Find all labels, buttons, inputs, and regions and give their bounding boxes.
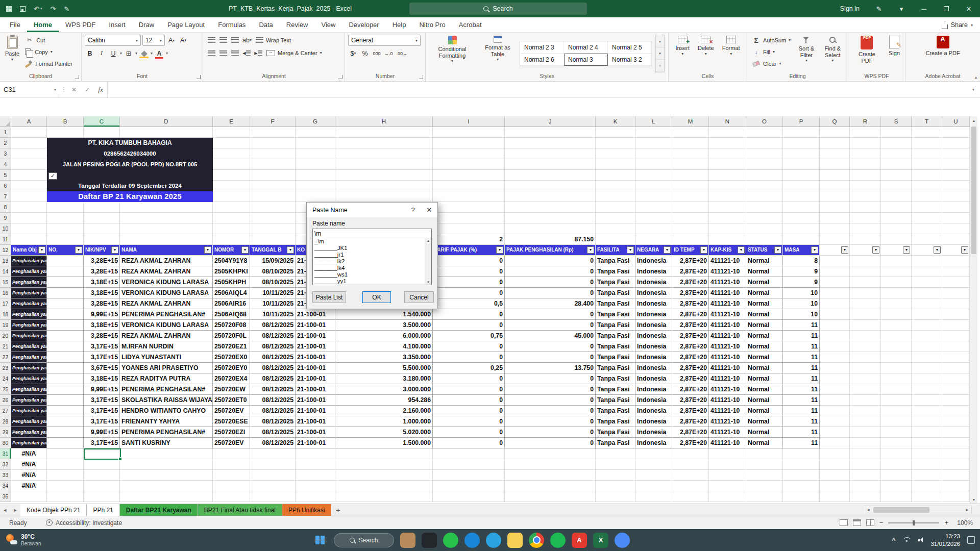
cell-a8[interactable] [11, 202, 47, 213]
cell-e13[interactable]: 2504Y91Y8 [213, 256, 250, 266]
cell-k8[interactable] [596, 202, 635, 213]
cell-n25[interactable]: 411121-10 [709, 384, 746, 395]
cell-q1[interactable] [820, 127, 850, 138]
cell-t4[interactable] [912, 159, 942, 170]
fill-color-button[interactable] [139, 49, 149, 58]
cell-r32[interactable] [850, 459, 881, 470]
insert-function-button[interactable]: fx [94, 82, 107, 97]
cell-m2[interactable] [672, 138, 709, 148]
cell-u17[interactable] [942, 298, 970, 309]
underline-button[interactable]: U [108, 48, 118, 59]
cell-c28[interactable]: 3,17E+15 [84, 416, 120, 427]
cell-t28[interactable] [912, 416, 942, 427]
filter-button-r[interactable]: ▾ [872, 246, 879, 254]
number-format-select[interactable]: General▾ [348, 35, 421, 46]
filter-button-n[interactable]: ▾ [738, 246, 745, 254]
cell-j28[interactable]: 0 [505, 416, 596, 427]
cell-l27[interactable]: Indonesia [635, 406, 672, 416]
cell-b9[interactable] [47, 213, 84, 223]
cell-i4[interactable] [433, 159, 505, 170]
cell-r31[interactable] [850, 448, 881, 459]
cell-s25[interactable] [881, 384, 912, 395]
cell-e27[interactable]: 250720EV [213, 406, 250, 416]
normal-view-icon[interactable] [840, 519, 848, 526]
save-icon[interactable] [20, 6, 26, 12]
dialog-title-bar[interactable]: Paste Name ? ✕ [307, 203, 437, 217]
cell-j4[interactable] [505, 159, 596, 170]
cell-s33[interactable] [881, 470, 912, 481]
cell-j19[interactable]: 0 [505, 320, 596, 331]
cell-b32[interactable] [47, 459, 84, 470]
cell-k33[interactable] [596, 470, 635, 481]
cell-m18[interactable]: 2,87E+20 [672, 309, 709, 320]
row-header-4[interactable]: 4 [0, 159, 11, 170]
cell-k14[interactable]: Tanpa Fasi [596, 266, 635, 277]
cell-l16[interactable]: Indonesia [635, 288, 672, 298]
name-list-item[interactable]: _______yy1 [313, 278, 425, 285]
cell-u34[interactable] [942, 481, 970, 491]
cell-o2[interactable] [746, 138, 783, 148]
telegram-icon[interactable] [486, 533, 501, 548]
cell-q14[interactable] [820, 266, 850, 277]
cell-f28[interactable]: 08/12/2025 [250, 416, 296, 427]
cell-k1[interactable] [596, 127, 635, 138]
cell-r10[interactable] [850, 223, 881, 234]
row-header-16[interactable]: 16 [0, 288, 11, 298]
ribbon-tab-data[interactable]: Data [252, 17, 279, 32]
cell-b28[interactable] [47, 416, 84, 427]
filter-button-f[interactable]: ▾ [287, 246, 294, 254]
cell-k34[interactable] [596, 481, 635, 491]
cell-u30[interactable] [942, 438, 970, 448]
filter-button-o[interactable]: ▾ [774, 246, 781, 254]
cell-d22[interactable]: LIDYA YUNASTANTI [120, 352, 213, 363]
cut-button[interactable]: ✂Cut [23, 35, 74, 45]
cell-j1[interactable] [505, 127, 596, 138]
cell-e9[interactable] [213, 213, 250, 223]
cell-t26[interactable] [912, 395, 942, 406]
cell-k22[interactable]: Tanpa Fasi [596, 352, 635, 363]
cell-d26[interactable]: SKOLASTIKA RAISSA WIJAYA [120, 395, 213, 406]
cell-l23[interactable]: Indonesia [635, 363, 672, 373]
paste-list-button[interactable]: Paste List [312, 291, 346, 303]
cell-j8[interactable] [505, 202, 596, 213]
cell-q25[interactable] [820, 384, 850, 395]
cell-n7[interactable] [709, 191, 746, 202]
row-header-3[interactable]: 3 [0, 148, 11, 159]
name-box-dropdown-icon[interactable]: ▾ [54, 87, 56, 92]
cell-n2[interactable] [709, 138, 746, 148]
cell-u20[interactable] [942, 331, 970, 341]
cell-k11[interactable] [596, 234, 635, 245]
row-header-10[interactable]: 10 [0, 223, 11, 234]
row-header-18[interactable]: 18 [0, 309, 11, 320]
cell-r28[interactable] [850, 416, 881, 427]
cell-o26[interactable]: Normal [746, 395, 783, 406]
header-cell-u12[interactable]: ▾ [942, 245, 970, 256]
cell-s1[interactable] [881, 127, 912, 138]
cell-b33[interactable] [47, 470, 84, 481]
cell-c29[interactable]: 9,99E+15 [84, 427, 120, 438]
cell-style-normal-2-6[interactable]: Normal 2 6 [520, 54, 564, 66]
cell-n4[interactable] [709, 159, 746, 170]
cell-n24[interactable]: 411121-10 [709, 373, 746, 384]
row-header-11[interactable]: 11 [0, 234, 11, 245]
cell-g2[interactable] [296, 138, 335, 148]
column-header-o[interactable]: O [746, 116, 783, 127]
cell-a35[interactable] [11, 491, 47, 502]
cell-s21[interactable] [881, 341, 912, 352]
cell-l9[interactable] [635, 213, 672, 223]
cell-p6[interactable] [783, 181, 820, 191]
cell-m7[interactable] [672, 191, 709, 202]
maximize-button[interactable] [935, 0, 958, 17]
cell-p35[interactable] [783, 491, 820, 502]
cell-p19[interactable]: 11 [783, 320, 820, 331]
cell-o30[interactable]: Normal [746, 438, 783, 448]
cell-r24[interactable] [850, 373, 881, 384]
percent-style-button[interactable]: % [360, 48, 370, 59]
cell-i5[interactable] [433, 170, 505, 181]
cell-n20[interactable]: 411121-10 [709, 331, 746, 341]
volume-icon[interactable] [918, 537, 923, 543]
cell-r18[interactable] [850, 309, 881, 320]
header-cell-k12[interactable]: FASILITA▾ [596, 245, 635, 256]
header-cell-d12[interactable]: NAMA▾ [120, 245, 213, 256]
ribbon-tab-nitro-pro[interactable]: Nitro Pro [412, 17, 452, 32]
